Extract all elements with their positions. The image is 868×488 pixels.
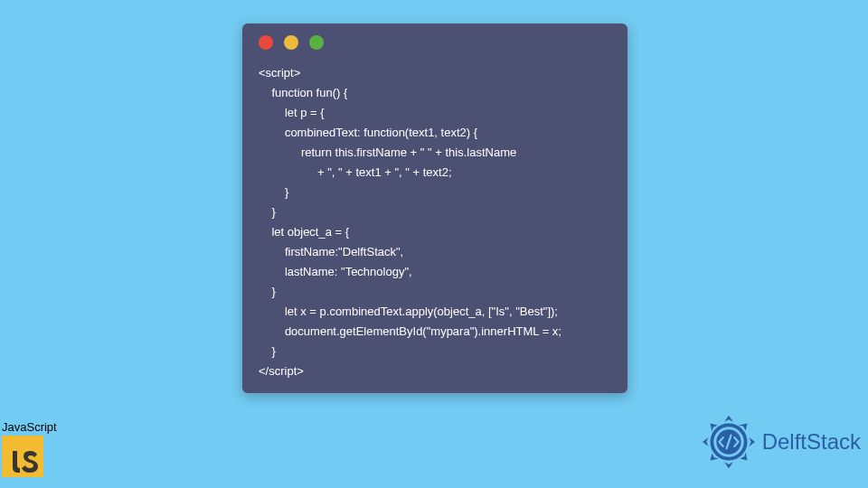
maximize-icon — [309, 35, 324, 50]
delftstack-logo: DelftStack — [701, 414, 861, 470]
svg-marker-6 — [702, 437, 708, 446]
minimize-icon — [284, 35, 298, 50]
window-titlebar — [242, 23, 627, 61]
svg-marker-0 — [724, 416, 733, 422]
javascript-label: JavaScript — [2, 420, 57, 434]
code-window: <script> function fun() { let p = { comb… — [242, 23, 627, 393]
javascript-badge: JavaScript — [2, 420, 57, 477]
svg-marker-2 — [749, 437, 755, 446]
code-content: <script> function fun() { let p = { comb… — [242, 61, 627, 381]
gear-icon — [701, 414, 757, 470]
javascript-logo-icon — [2, 436, 43, 477]
close-icon — [259, 35, 273, 50]
svg-marker-4 — [724, 462, 733, 468]
delftstack-text: DelftStack — [762, 429, 861, 455]
